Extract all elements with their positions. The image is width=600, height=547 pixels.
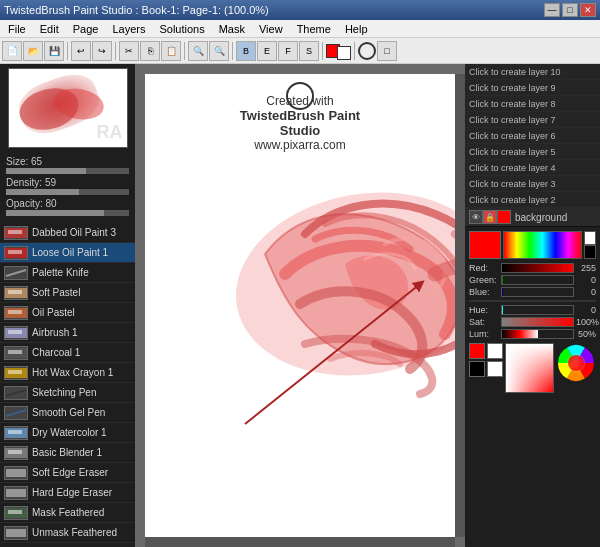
close-button[interactable]: ✕ [580, 3, 596, 17]
brush-name-label: Smooth Gel Pen [32, 407, 105, 418]
brush-shape-circle[interactable] [358, 42, 376, 60]
layer-item[interactable]: Click to create layer 7 [465, 112, 600, 128]
menu-file[interactable]: File [4, 22, 30, 36]
brush-item[interactable]: Mask Feathered [0, 503, 135, 523]
color-picker-gradient[interactable] [505, 343, 554, 393]
brush-item[interactable]: Basic Blender 1 [0, 443, 135, 463]
cut-button[interactable]: ✂ [119, 41, 139, 61]
minimize-button[interactable]: — [544, 3, 560, 17]
brush-name-label: Charcoal 1 [32, 347, 80, 358]
left-panel: RA Size: 65 Density: 59 Opacity: 80 [0, 64, 135, 547]
brush-item[interactable]: Soft Edge Eraser [0, 463, 135, 483]
fill-tool-button[interactable]: F [278, 41, 298, 61]
brush-item[interactable]: Hard Edge Eraser [0, 483, 135, 503]
layer-item[interactable]: Click to create layer 3 [465, 176, 600, 192]
brush-shape-square[interactable]: □ [377, 41, 397, 61]
layer-item[interactable]: Click to create layer 6 [465, 128, 600, 144]
green-bar[interactable] [501, 275, 574, 285]
menu-solutions[interactable]: Solutions [155, 22, 208, 36]
zoom-out-button[interactable]: 🔍 [209, 41, 229, 61]
canvas[interactable]: Created with TwistedBrush Paint Studio w… [145, 74, 455, 537]
white-mini[interactable] [487, 361, 503, 377]
lum-bar[interactable] [501, 329, 574, 339]
brush-thumbnail [4, 386, 28, 400]
density-param: Density: 59 [6, 177, 129, 195]
blue-row: Blue: 0 [469, 287, 596, 297]
layer-item[interactable]: Click to create layer 9 [465, 80, 600, 96]
size-slider[interactable] [6, 168, 129, 174]
color-section: Red: 255 Green: 0 Blue: 0 [465, 227, 600, 547]
brush-item[interactable]: Hot Wax Crayon 1 [0, 363, 135, 383]
color-picker-wheel[interactable] [556, 343, 596, 383]
canvas-hscroll[interactable] [145, 537, 455, 547]
redo-button[interactable]: ↪ [92, 41, 112, 61]
fg-swatch-mini[interactable] [469, 343, 485, 359]
black-swatch[interactable] [584, 245, 596, 259]
red-value: 255 [576, 263, 596, 273]
color-spectrum[interactable] [503, 231, 582, 259]
brush-item[interactable]: Smooth Gel Pen [0, 403, 135, 423]
brush-cursor [286, 82, 314, 110]
brush-preview: RA [8, 68, 128, 148]
red-bar[interactable] [501, 263, 574, 273]
maximize-button[interactable]: □ [562, 3, 578, 17]
painting [145, 74, 455, 537]
brush-item[interactable]: Soft Pastel [0, 283, 135, 303]
copy-button[interactable]: ⎘ [140, 41, 160, 61]
layer-item[interactable]: Click to create layer 10 [465, 64, 600, 80]
new-button[interactable]: 📄 [2, 41, 22, 61]
current-color-swatch[interactable] [469, 231, 501, 259]
brush-item[interactable]: Loose Oil Paint 1 [0, 243, 135, 263]
open-button[interactable]: 📂 [23, 41, 43, 61]
opacity-slider[interactable] [6, 210, 129, 216]
bg-swatch-mini[interactable] [487, 343, 503, 359]
toolbar-bg-color[interactable] [337, 46, 351, 60]
blue-label: Blue: [469, 287, 501, 297]
sat-bar[interactable] [501, 317, 574, 327]
layer-item[interactable]: Click to create layer 2 [465, 192, 600, 208]
select-tool-button[interactable]: S [299, 41, 319, 61]
eraser-tool-button[interactable]: E [257, 41, 277, 61]
brush-thumbnail [4, 406, 28, 420]
brush-item[interactable]: Oil Pastel [0, 303, 135, 323]
undo-button[interactable]: ↩ [71, 41, 91, 61]
brush-tool-button[interactable]: B [236, 41, 256, 61]
paste-button[interactable]: 📋 [161, 41, 181, 61]
brush-item[interactable]: Palette Knife [0, 263, 135, 283]
layer-visibility-icon[interactable]: 👁 [469, 210, 483, 224]
menu-edit[interactable]: Edit [36, 22, 63, 36]
brush-item[interactable]: Dabbed Oil Paint 3 [0, 223, 135, 243]
layer-color-icon[interactable] [497, 210, 511, 224]
brush-item[interactable]: Unmask Feathered [0, 523, 135, 543]
layer-item[interactable]: Click to create layer 5 [465, 144, 600, 160]
layer-lock-icon[interactable]: 🔒 [483, 210, 497, 224]
brush-item[interactable]: Sketching Pen [0, 383, 135, 403]
blue-bar[interactable] [501, 287, 574, 297]
menu-theme[interactable]: Theme [293, 22, 335, 36]
brush-item[interactable]: Dry Watercolor 1 [0, 423, 135, 443]
brush-item[interactable]: Charcoal 1 [0, 343, 135, 363]
layer-item[interactable]: Click to create layer 8 [465, 96, 600, 112]
density-slider-fill [6, 189, 79, 195]
save-button[interactable]: 💾 [44, 41, 64, 61]
canvas-vscroll[interactable] [455, 74, 465, 537]
menu-help[interactable]: Help [341, 22, 372, 36]
menu-layers[interactable]: Layers [108, 22, 149, 36]
menu-page[interactable]: Page [69, 22, 103, 36]
green-value: 0 [576, 275, 596, 285]
brush-thumbnail [4, 286, 28, 300]
density-slider[interactable] [6, 189, 129, 195]
white-swatch[interactable] [584, 231, 596, 245]
black-mini[interactable] [469, 361, 485, 377]
brush-item[interactable]: Airbrush 1 [0, 323, 135, 343]
toolbar-sep-2 [115, 42, 116, 60]
canvas-area[interactable]: Created with TwistedBrush Paint Studio w… [135, 64, 465, 547]
hue-bar[interactable] [501, 305, 574, 315]
zoom-in-button[interactable]: 🔍 [188, 41, 208, 61]
opacity-label: Opacity: 80 [6, 198, 57, 209]
layer-item[interactable]: Click to create layer 4 [465, 160, 600, 176]
menu-mask[interactable]: Mask [215, 22, 249, 36]
menu-view[interactable]: View [255, 22, 287, 36]
layers-section: Click to create layer 10Click to create … [465, 64, 600, 208]
brush-name-label: Palette Knife [32, 267, 89, 278]
